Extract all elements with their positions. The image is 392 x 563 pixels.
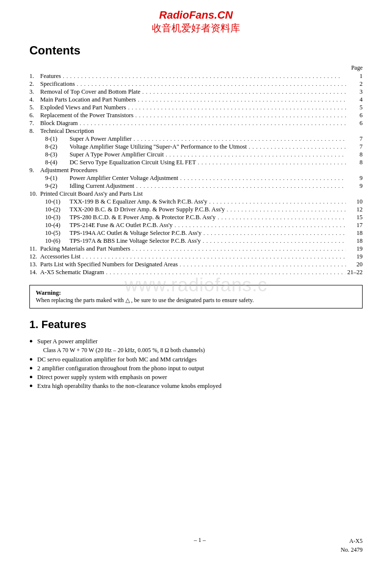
toc-item-dots: . . . . . . . . . . . . . . . . . . . . … bbox=[136, 183, 346, 189]
toc-item-dots: . . . . . . . . . . . . . . . . . . . . … bbox=[198, 159, 346, 165]
toc-row: 12.Accessories List . . . . . . . . . . … bbox=[29, 253, 363, 260]
toc-item-page: 9 bbox=[348, 182, 363, 190]
toc-item-page: 9 bbox=[348, 175, 363, 182]
toc-row: 10-(1)TXX-199 B & C Equalizer Amp. & Swi… bbox=[29, 198, 363, 205]
toc-item-number: 1. bbox=[29, 73, 40, 80]
toc-item-page: 6 bbox=[348, 120, 363, 127]
toc-item-page: 4 bbox=[348, 96, 363, 103]
toc-item-label: Super A Type Power Amplifier Circuit bbox=[70, 151, 164, 158]
toc-row: 8-(3)Super A Type Power Amplifier Circui… bbox=[29, 151, 363, 158]
toc-row: 10-(6)TPS-197A & BBS Line Voltage Select… bbox=[29, 237, 363, 245]
toc-row: 8-(4)DC Servo Type Equalization Circuit … bbox=[29, 159, 363, 166]
toc-row: 11.Packing Materials and Part Numbers . … bbox=[29, 245, 363, 253]
toc-item-dots: . . . . . . . . . . . . . . . . . . . . … bbox=[128, 104, 346, 110]
toc-item-label: Power Amplifier Center Voltage Adjustmen… bbox=[70, 175, 178, 182]
toc-item-label: Technical Description bbox=[40, 128, 94, 135]
toc-item-dots: . . . . . . . . . . . . . . . . . . . . … bbox=[218, 214, 346, 220]
toc-item-dots: . . . . . . . . . . . . . . . . . . . . … bbox=[203, 238, 346, 244]
toc-row: 3.Removal of Top Cover and Bottom Plate … bbox=[29, 88, 363, 96]
toc-item-label: TXX-199 B & C Equalizer Amp. & Switch P.… bbox=[70, 198, 207, 205]
toc-item-number: 3. bbox=[29, 88, 40, 96]
toc-item-label: TXX-200 B.C. & D Driver Amp. & Power Sup… bbox=[70, 206, 225, 213]
toc-item-label: Specifications bbox=[40, 80, 75, 88]
toc-item-number: 10-(1) bbox=[45, 198, 70, 205]
features-list: ●Super A power amplifierClass A 70 W + 7… bbox=[29, 338, 363, 390]
toc-item-dots: . . . . . . . . . . . . . . . . . . . . … bbox=[174, 222, 346, 228]
toc-item-dots: . . . . . . . . . . . . . . . . . . . . … bbox=[166, 152, 346, 157]
header: RadioFans.CN 收音机爱好者资料库 bbox=[0, 0, 392, 39]
toc-item-page: 20 bbox=[348, 261, 363, 268]
toc-item-number: 14. bbox=[29, 269, 40, 276]
toc-item-number: 10-(2) bbox=[45, 206, 70, 213]
toc-item-page: 19 bbox=[348, 245, 363, 253]
toc-item-label: Packing Materials and Part Numbers bbox=[40, 245, 130, 253]
toc-item-page: 15 bbox=[348, 214, 363, 221]
toc-item-label: Voltage Amplifier Stage Utilizing "Super… bbox=[70, 143, 247, 151]
toc-item-dots: . . . . . . . . . . . . . . . . . . . . … bbox=[132, 246, 346, 252]
toc-item-page: 8 bbox=[348, 159, 363, 166]
toc-item-label: A-X5 Schematic Diagram bbox=[40, 269, 104, 276]
toc-item-dots: . . . . . . . . . . . . . . . . . . . . … bbox=[106, 269, 345, 275]
toc-item-page: 18 bbox=[348, 237, 363, 245]
features-heading: 1. Features bbox=[29, 318, 363, 331]
contents-section: Contents Page 1.Features . . . . . . . .… bbox=[0, 39, 392, 276]
toc-item-dots: . . . . . . . . . . . . . . . . . . . . … bbox=[80, 120, 346, 126]
toc-item-label: Block Diagram bbox=[40, 120, 78, 127]
toc-row: 2.Specifications . . . . . . . . . . . .… bbox=[29, 80, 363, 88]
site-title-en: RadioFans.CN bbox=[0, 9, 392, 22]
toc-item-dots: . . . . . . . . . . . . . . . . . . . . … bbox=[227, 206, 346, 212]
toc-item-page: 7 bbox=[348, 143, 363, 151]
toc-item-page: 18 bbox=[348, 230, 363, 237]
toc-item-label: Accessories List bbox=[40, 253, 80, 260]
toc-item-number: 10. bbox=[29, 190, 40, 198]
toc-row: 8-(2)Voltage Amplifier Stage Utilizing "… bbox=[29, 143, 363, 151]
warning-box: Warning: When replacing the parts maked … bbox=[29, 285, 363, 308]
toc-item-label: Removal of Top Cover and Bottom Plate bbox=[40, 88, 140, 96]
toc-row: 10-(5)TPS-194A AC Outlet & Voltage Selec… bbox=[29, 230, 363, 237]
toc-row: 13.Parts List with Specified Numbers for… bbox=[29, 261, 363, 268]
toc-item-label: Features bbox=[40, 73, 61, 80]
toc-row: 9-(1)Power Amplifier Center Voltage Adju… bbox=[29, 175, 363, 182]
toc-item-number: 10-(5) bbox=[45, 230, 70, 237]
toc-item-dots: . . . . . . . . . . . . . . . . . . . . … bbox=[77, 81, 346, 87]
features-section: 1. Features ●Super A power amplifierClas… bbox=[0, 313, 392, 390]
toc-item-page: 12 bbox=[348, 206, 363, 213]
toc-item-dots: . . . . . . . . . . . . . . . . . . . . … bbox=[135, 112, 346, 118]
toc-item-label: Main Parts Location and Part Numbers bbox=[40, 96, 136, 103]
toc-row: 7.Block Diagram . . . . . . . . . . . . … bbox=[29, 120, 363, 127]
toc-item-dots: . . . . . . . . . . . . . . . . . . . . … bbox=[134, 136, 346, 142]
toc-item-label: Idling Current Adjustment bbox=[70, 182, 134, 190]
toc-item-page: 7 bbox=[348, 135, 363, 143]
toc-row: 9-(2)Idling Current Adjustment . . . . .… bbox=[29, 182, 363, 190]
toc-item-number: 5. bbox=[29, 104, 40, 111]
toc-item-number: 10-(4) bbox=[45, 222, 70, 229]
toc-item-number: 8-(2) bbox=[45, 143, 70, 151]
toc-item-number: 8-(3) bbox=[45, 151, 70, 158]
toc-item-dots: . . . . . . . . . . . . . . . . . . . . … bbox=[138, 97, 346, 102]
footer: – 1 – A-X5 No. 2479 bbox=[0, 537, 392, 554]
toc-item-dots: . . . . . . . . . . . . . . . . . . . . … bbox=[209, 199, 346, 205]
toc-item-dots: . . . . . . . . . . . . . . . . . . . . … bbox=[63, 73, 346, 79]
toc-item-page: 5 bbox=[348, 104, 363, 111]
toc-row: 10-(3)TPS-280 B.C.D. & E Power Amp. & Pr… bbox=[29, 214, 363, 221]
toc-item-page: 2 bbox=[348, 80, 363, 88]
toc-item-label: TPS-280 B.C.D. & E Power Amp. & Protecto… bbox=[70, 214, 216, 221]
feature-text: Class A 70 W + 70 W (20 Hz – 20 kHz, 0.0… bbox=[43, 347, 205, 354]
toc-row: 10-(4)TPS-214E Fuse & AC Outlet P.C.B. A… bbox=[29, 222, 363, 229]
toc-item-number: 4. bbox=[29, 96, 40, 103]
toc-item-dots: . . . . . . . . . . . . . . . . . . . . … bbox=[142, 89, 346, 95]
toc-item-dots: . . . . . . . . . . . . . . . . . . . . … bbox=[203, 230, 346, 236]
feature-item: Class A 70 W + 70 W (20 Hz – 20 kHz, 0.0… bbox=[29, 347, 363, 354]
toc-item-page: 21–22 bbox=[347, 269, 363, 276]
toc-item-label: TPS-214E Fuse & AC Outlet P.C.B. Ass'y bbox=[70, 222, 172, 229]
feature-text: Super A power amplifier bbox=[37, 338, 98, 345]
toc-item-label: Parts List with Specified Numbers for De… bbox=[40, 261, 178, 268]
toc-item-label: TPS-194A AC Outlet & Voltage Selector P.… bbox=[70, 230, 201, 237]
feature-item: ●Direct power supply system with emphasi… bbox=[29, 374, 363, 381]
toc-item-label: Printed Circuit Board Ass'y and Parts Li… bbox=[40, 190, 143, 198]
warning-title: Warning: bbox=[36, 289, 61, 296]
feature-item: ●Extra high operability thanks to the no… bbox=[29, 383, 363, 390]
toc-row: 4.Main Parts Location and Part Numbers .… bbox=[29, 96, 363, 103]
toc-item-page: 19 bbox=[348, 253, 363, 260]
site-title-cn: 收音机爱好者资料库 bbox=[0, 22, 392, 35]
